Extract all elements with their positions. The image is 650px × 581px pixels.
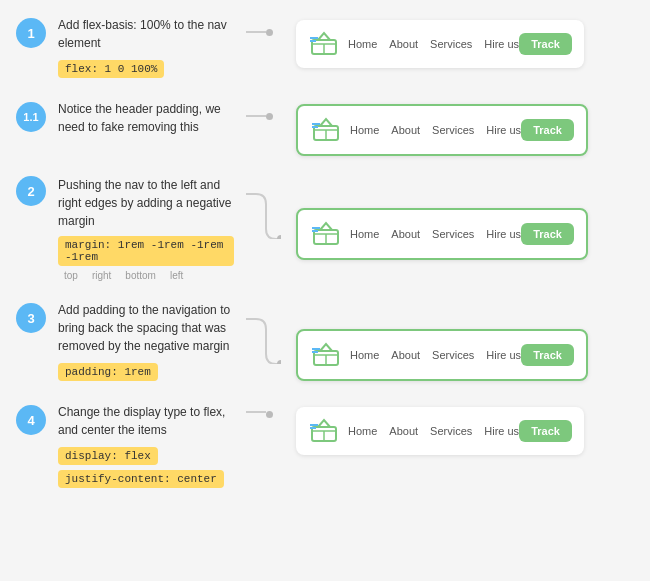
- nav-links-4: Home About Services Hire us: [340, 425, 519, 437]
- step-1-code: flex: 1 0 100%: [58, 60, 164, 78]
- nav-preview-4: Home About Services Hire us Track: [296, 407, 584, 455]
- nav-link-services: Services: [430, 38, 472, 50]
- step-3-desc: Add padding to the navigation to bring b…: [58, 301, 234, 355]
- step-4: 4 Change the display type to flex, and c…: [16, 403, 634, 490]
- nav-logo: [310, 339, 342, 371]
- step-1-content: Add flex-basis: 100% to the nav element …: [46, 16, 246, 80]
- nav-link-services: Services: [432, 228, 474, 240]
- step-4-code-1: display: flex: [58, 447, 158, 465]
- nav-links-2: Home About Services Hire us: [342, 228, 521, 240]
- step-4-desc: Change the display type to flex, and cen…: [58, 403, 234, 439]
- svg-point-10: [277, 235, 281, 239]
- step-2-curved-connector: [246, 176, 281, 239]
- nav-link-about: About: [391, 228, 420, 240]
- horiz-line: [246, 411, 266, 413]
- step-1-1-preview: Home About Services Hire us Track: [296, 100, 634, 156]
- label-bottom: bottom: [125, 270, 156, 281]
- step-3-content: Add padding to the navigation to bring b…: [46, 301, 246, 383]
- step-1-preview: Home About Services Hire us Track: [296, 16, 634, 68]
- step-2-desc: Pushing the nav to the left and right ed…: [58, 176, 234, 230]
- step-number-3: 3: [16, 303, 46, 333]
- nav-link-hire: Hire us: [484, 38, 519, 50]
- curved-line-svg: [246, 309, 281, 364]
- nav-link-home: Home: [350, 124, 379, 136]
- nav-preview-1: Home About Services Hire us Track: [296, 20, 584, 68]
- step-number-1-1: 1.1: [16, 102, 46, 132]
- nav-track-btn-4[interactable]: Track: [519, 420, 572, 442]
- step-2: 2 Pushing the nav to the left and right …: [16, 176, 634, 281]
- step-3-code: padding: 1rem: [58, 363, 158, 381]
- step-1: 1 Add flex-basis: 100% to the nav elemen…: [16, 16, 634, 80]
- nav-link-home: Home: [348, 38, 377, 50]
- svg-point-16: [277, 360, 281, 364]
- horiz-line: [246, 31, 266, 33]
- nav-link-services: Services: [432, 124, 474, 136]
- nav-links-3: Home About Services Hire us: [342, 349, 521, 361]
- step-number-4: 4: [16, 405, 46, 435]
- step-4-connector: [246, 403, 273, 418]
- nav-link-hire: Hire us: [486, 228, 521, 240]
- nav-link-about: About: [391, 124, 420, 136]
- step-1-1-content: Notice the header padding, we need to fa…: [46, 100, 246, 142]
- nav-track-btn-2[interactable]: Track: [521, 223, 574, 245]
- step-1-connector: [246, 18, 273, 46]
- step-number-2: 2: [16, 176, 46, 206]
- nav-preview-3: Home About Services Hire us Track: [296, 329, 588, 381]
- step-2-code: margin: 1rem -1rem -1rem -1rem: [58, 236, 234, 266]
- nav-link-home: Home: [350, 228, 379, 240]
- label-left: left: [170, 270, 183, 281]
- curved-line-svg: [246, 184, 281, 239]
- step-3: 3 Add padding to the navigation to bring…: [16, 301, 634, 383]
- nav-preview-2: Home About Services Hire us Track: [296, 208, 588, 260]
- nav-link-services: Services: [432, 349, 474, 361]
- nav-logo: [310, 114, 342, 146]
- nav-preview-1-1: Home About Services Hire us Track: [296, 104, 588, 156]
- nav-link-services: Services: [430, 425, 472, 437]
- nav-links-1: Home About Services Hire us: [340, 38, 519, 50]
- step-3-curved-connector: [246, 301, 281, 364]
- nav-link-about: About: [391, 349, 420, 361]
- nav-link-home: Home: [350, 349, 379, 361]
- nav-link-about: About: [389, 425, 418, 437]
- step-2-preview: Home About Services Hire us Track: [296, 176, 634, 260]
- step-2-labels: top right bottom left: [58, 270, 234, 281]
- label-right: right: [92, 270, 111, 281]
- label-top: top: [64, 270, 78, 281]
- step-4-preview: Home About Services Hire us Track: [296, 403, 634, 455]
- step-1-1-connector: [246, 102, 273, 130]
- nav-links-1-1: Home About Services Hire us: [342, 124, 521, 136]
- connector-dot: [266, 411, 273, 418]
- connector-dot: [266, 113, 273, 120]
- nav-link-hire: Hire us: [484, 425, 519, 437]
- nav-link-hire: Hire us: [486, 349, 521, 361]
- nav-logo: [308, 415, 340, 447]
- nav-track-btn-3[interactable]: Track: [521, 344, 574, 366]
- nav-logo: [310, 218, 342, 250]
- step-1-desc: Add flex-basis: 100% to the nav element: [58, 16, 234, 52]
- step-number-1: 1: [16, 18, 46, 48]
- step-1-1-desc: Notice the header padding, we need to fa…: [58, 100, 234, 136]
- nav-track-btn-1-1[interactable]: Track: [521, 119, 574, 141]
- step-4-content: Change the display type to flex, and cen…: [46, 403, 246, 490]
- nav-link-hire: Hire us: [486, 124, 521, 136]
- nav-logo: [308, 28, 340, 60]
- connector-dot: [266, 29, 273, 36]
- step-3-preview: Home About Services Hire us Track: [296, 301, 634, 381]
- nav-link-about: About: [389, 38, 418, 50]
- nav-track-btn-1[interactable]: Track: [519, 33, 572, 55]
- nav-link-home: Home: [348, 425, 377, 437]
- step-2-content: Pushing the nav to the left and right ed…: [46, 176, 246, 281]
- horiz-line: [246, 115, 266, 117]
- step-1-1: 1.1 Notice the header padding, we need t…: [16, 100, 634, 156]
- step-4-code-2: justify-content: center: [58, 470, 224, 488]
